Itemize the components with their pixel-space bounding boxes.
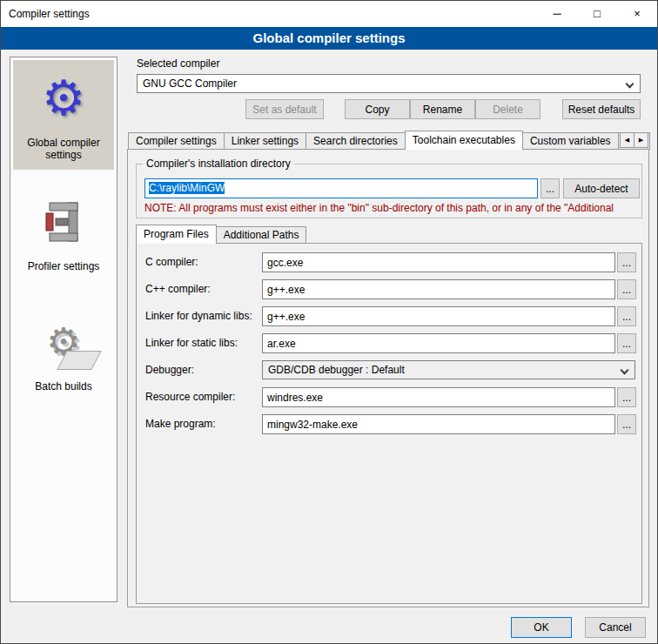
- close-button[interactable]: ×: [617, 1, 657, 27]
- sidebar-item-label: Batch builds: [35, 380, 91, 392]
- clamp-icon: [39, 191, 88, 253]
- chevron-down-icon: [626, 80, 634, 89]
- window-title: Compiler settings: [1, 8, 90, 20]
- blue-gear-icon: ⚙: [42, 67, 85, 130]
- dynamic-linker-row: Linker for dynamic libs: ...: [136, 306, 642, 326]
- sidebar-item-global-compiler-settings[interactable]: ⚙ Global compiler settings: [13, 60, 114, 170]
- make-program-label: Make program:: [145, 418, 216, 430]
- c-compiler-label: C compiler:: [145, 256, 198, 268]
- cpp-compiler-label: C++ compiler:: [145, 283, 211, 295]
- main-tab-strip: Compiler settings Linker settings Search…: [128, 131, 650, 150]
- tab-linker-settings[interactable]: Linker settings: [224, 132, 306, 150]
- rename-button[interactable]: Rename: [410, 99, 475, 119]
- dynamic-linker-label: Linker for dynamic libs:: [145, 310, 252, 322]
- dynamic-linker-browse-button[interactable]: ...: [617, 306, 636, 326]
- cpp-compiler-input[interactable]: [262, 279, 615, 299]
- compiler-settings-window: Compiler settings ─ □ × Global compiler …: [0, 0, 658, 644]
- tab-toolchain-executables[interactable]: Toolchain executables: [405, 131, 523, 150]
- maximize-button[interactable]: □: [577, 1, 617, 27]
- selected-compiler-label: Selected compiler: [137, 57, 219, 70]
- tab-search-directories[interactable]: Search directories: [306, 132, 406, 150]
- sidebar-item-label: Profiler settings: [28, 260, 100, 272]
- tab-scroll-right-button[interactable]: ▶: [634, 132, 648, 148]
- static-linker-browse-button[interactable]: ...: [617, 333, 636, 353]
- resource-compiler-label: Resource compiler:: [145, 391, 235, 403]
- compiler-select[interactable]: GNU GCC Compiler: [137, 74, 641, 93]
- installation-directory-group-label: Compiler's installation directory: [143, 158, 294, 170]
- resource-compiler-row: Resource compiler: ...: [136, 387, 642, 407]
- installation-directory-browse-button[interactable]: ...: [540, 178, 560, 198]
- sidebar-item-batch-builds[interactable]: ⚙ Batch builds: [13, 304, 114, 401]
- tab-scroll-left-button[interactable]: ◀: [620, 132, 634, 148]
- debugger-select[interactable]: GDB/CDB debugger : Default: [262, 360, 635, 379]
- dynamic-linker-input[interactable]: [262, 306, 615, 326]
- ok-button[interactable]: OK: [511, 617, 572, 638]
- cpp-compiler-browse-button[interactable]: ...: [617, 279, 636, 299]
- tab-compiler-settings[interactable]: Compiler settings: [128, 132, 225, 150]
- compiler-select-value: GNU GCC Compiler: [143, 77, 237, 90]
- cancel-button[interactable]: Cancel: [585, 617, 646, 638]
- set-as-default-button[interactable]: Set as default: [245, 99, 324, 119]
- page-title: Global compiler settings: [1, 27, 657, 50]
- installation-directory-value: C:\raylib\MinGW: [149, 182, 225, 194]
- minimize-button[interactable]: ─: [537, 1, 577, 27]
- delete-button[interactable]: Delete: [475, 99, 540, 119]
- sidebar-item-profiler-settings[interactable]: Profiler settings: [13, 184, 114, 281]
- c-compiler-input[interactable]: [262, 252, 615, 272]
- copy-button[interactable]: Copy: [345, 99, 410, 119]
- cpp-compiler-row: C++ compiler: ...: [136, 279, 642, 299]
- installation-directory-input[interactable]: C:\raylib\MinGW: [144, 178, 538, 198]
- c-compiler-row: C compiler: ...: [136, 252, 642, 272]
- note-text: NOTE: All programs must exist either in …: [144, 202, 637, 214]
- sidebar-item-label: Global compiler settings: [15, 137, 112, 161]
- window-controls: ─ □ ×: [537, 1, 657, 27]
- make-program-row: Make program: ...: [136, 414, 642, 434]
- static-linker-row: Linker for static libs: ...: [136, 333, 642, 353]
- inner-tab-strip: Program Files Additional Paths: [136, 225, 306, 244]
- sidebar: ⚙ Global compiler settings Profiler sett…: [10, 57, 118, 602]
- c-compiler-browse-button[interactable]: ...: [617, 252, 636, 272]
- tab-additional-paths[interactable]: Additional Paths: [216, 226, 307, 244]
- auto-detect-button[interactable]: Auto-detect: [563, 178, 640, 198]
- static-linker-label: Linker for static libs:: [145, 337, 238, 349]
- chevron-down-icon: [621, 366, 629, 375]
- make-program-browse-button[interactable]: ...: [617, 414, 636, 434]
- resource-compiler-browse-button[interactable]: ...: [617, 387, 636, 407]
- debugger-row: Debugger: GDB/CDB debugger : Default: [136, 360, 642, 380]
- reset-defaults-button[interactable]: Reset defaults: [562, 99, 641, 119]
- tab-custom-variables[interactable]: Custom variables: [522, 132, 619, 150]
- static-linker-input[interactable]: [262, 333, 615, 353]
- tab-program-files[interactable]: Program Files: [136, 225, 217, 244]
- gray-gear-icon: ⚙: [46, 311, 80, 373]
- debugger-select-value: GDB/CDB debugger : Default: [268, 364, 405, 376]
- make-program-input[interactable]: [262, 414, 615, 434]
- titlebar: Compiler settings ─ □ ×: [1, 1, 657, 27]
- debugger-label: Debugger:: [145, 364, 194, 376]
- resource-compiler-input[interactable]: [262, 387, 615, 407]
